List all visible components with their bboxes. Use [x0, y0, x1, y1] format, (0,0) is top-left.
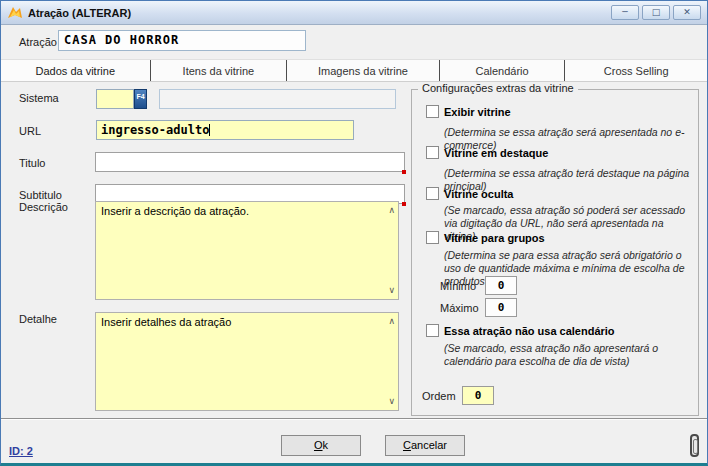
vitrine-destaque-row: Vitrine em destaque	[426, 146, 548, 159]
ordem-label: Ordem	[422, 390, 462, 402]
url-label: URL	[19, 125, 41, 137]
window-title: Atração (ALTERAR)	[28, 7, 131, 19]
tab-cross-selling[interactable]: Cross Selling	[565, 60, 707, 81]
atracao-label: Atração	[19, 36, 57, 48]
close-button[interactable]: ✕	[673, 5, 701, 20]
vitrine-grupos-checkbox[interactable]	[426, 231, 439, 244]
url-input[interactable]: ingresso-adulto	[96, 120, 354, 140]
maximo-label: Máximo	[440, 302, 485, 314]
atracao-name-field[interactable]: CASA DO HORROR	[58, 30, 306, 51]
exibir-vitrine-label: Exibir vitrine	[444, 106, 511, 118]
sistema-input[interactable]	[96, 89, 134, 109]
sistema-lookup-button[interactable]: F4	[134, 89, 147, 109]
required-marker	[402, 202, 406, 206]
minimo-row: Mínimo 0	[440, 276, 517, 295]
app-icon	[7, 6, 23, 20]
maximo-input[interactable]: 0	[485, 298, 517, 317]
detalhe-text: Inserir detalhes da atração	[101, 316, 231, 328]
scroll-up-icon[interactable]: ∧	[388, 315, 395, 328]
tab-dados-da-vitrine[interactable]: Dados da vitrine	[1, 60, 151, 81]
ok-button[interactable]: Ok	[281, 435, 361, 456]
maximize-icon: □	[652, 7, 661, 17]
vitrine-grupos-label: Vitrine para grupos	[444, 232, 545, 244]
tab-calendario[interactable]: Calendário	[440, 60, 566, 81]
tab-itens-da-vitrine[interactable]: Itens da vitrine	[151, 60, 288, 81]
vitrine-oculta-checkbox[interactable]	[426, 187, 439, 200]
footer-divider	[1, 418, 707, 420]
url-value: ingresso-adulto	[101, 123, 209, 137]
vitrine-destaque-checkbox[interactable]	[426, 146, 439, 159]
atracao-window: Atração (ALTERAR) ─ □ ✕ Atração CASA DO …	[0, 0, 708, 466]
configuracoes-extras-title: Configurações extras da vitrine	[418, 82, 578, 94]
scroll-up-icon[interactable]: ∧	[388, 204, 395, 217]
descricao-text: Inserir a descrição da atração.	[101, 205, 249, 217]
sistema-label: Sistema	[19, 92, 59, 104]
nao-usa-calendario-checkbox[interactable]	[426, 324, 439, 337]
vitrine-destaque-label: Vitrine em destaque	[444, 147, 548, 159]
titlebar: Atração (ALTERAR) ─ □ ✕	[1, 1, 707, 25]
configuracoes-extras-panel: Configurações extras da vitrine Exibir v…	[411, 89, 699, 416]
titulo-label: Titulo	[19, 157, 46, 169]
close-icon: ✕	[683, 7, 691, 17]
ordem-input[interactable]: 0	[462, 386, 494, 405]
minimo-label: Mínimo	[440, 280, 485, 292]
subtitulo-label: Subtitulo	[19, 189, 62, 201]
tab-imagens-da-vitrine[interactable]: Imagens da vitrine	[287, 60, 440, 81]
paperclip-icon[interactable]	[690, 434, 699, 457]
exibir-vitrine-row: Exibir vitrine	[426, 105, 511, 118]
nao-usa-calendario-hint: (Se marcado, essa atração não apresentar…	[444, 342, 696, 368]
nao-usa-calendario-row: Essa atração não usa calendário	[426, 324, 615, 337]
window-controls: ─ □ ✕	[611, 5, 701, 20]
minimize-icon: ─	[622, 7, 627, 17]
detalhe-label: Detalhe	[19, 313, 57, 325]
maximo-row: Máximo 0	[440, 298, 517, 317]
vitrine-grupos-row: Vitrine para grupos	[426, 231, 545, 244]
exibir-vitrine-checkbox[interactable]	[426, 105, 439, 118]
scroll-down-icon[interactable]: ∨	[388, 395, 395, 408]
descricao-textarea[interactable]: Inserir a descrição da atração. ∧ ∨	[95, 201, 399, 300]
scroll-down-icon[interactable]: ∨	[388, 284, 395, 297]
cancel-button[interactable]: Cancelar	[385, 435, 465, 456]
sistema-description-field	[159, 89, 396, 109]
descricao-label: Descrição	[19, 201, 68, 213]
ordem-row: Ordem 0	[422, 386, 494, 405]
minimo-input[interactable]: 0	[485, 276, 517, 295]
titulo-input[interactable]	[95, 152, 405, 172]
vitrine-oculta-label: Vitrine oculta	[444, 188, 513, 200]
nao-usa-calendario-label: Essa atração não usa calendário	[444, 325, 615, 337]
maximize-button[interactable]: □	[642, 5, 670, 20]
minimize-button[interactable]: ─	[611, 5, 639, 20]
required-marker	[402, 170, 406, 174]
record-id-link[interactable]: ID: 2	[9, 445, 33, 457]
vitrine-oculta-row: Vitrine oculta	[426, 187, 513, 200]
text-cursor	[209, 124, 210, 136]
detalhe-textarea[interactable]: Inserir detalhes da atração ∧ ∨	[95, 312, 399, 411]
tab-strip: Dados da vitrine Itens da vitrine Imagen…	[1, 59, 707, 82]
